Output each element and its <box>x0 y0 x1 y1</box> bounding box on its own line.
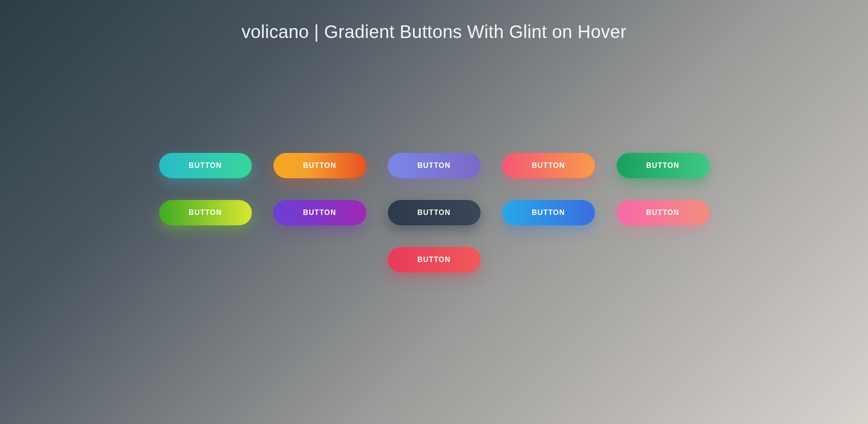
gradient-button-8[interactable]: BUTTON <box>388 200 481 225</box>
gradient-button-1[interactable]: BUTTON <box>159 153 252 178</box>
gradient-button-9[interactable]: BUTTON <box>502 200 595 225</box>
page-title: volicano | Gradient Buttons With Glint o… <box>0 0 868 42</box>
gradient-button-3[interactable]: BUTTON <box>388 153 481 178</box>
gradient-button-2[interactable]: BUTTON <box>274 153 366 178</box>
gradient-button-6[interactable]: BUTTON <box>159 200 252 225</box>
gradient-button-5[interactable]: BUTTON <box>617 153 709 178</box>
button-container: BUTTON BUTTON BUTTON BUTTON BUTTON BUTTO… <box>140 153 728 272</box>
gradient-button-4[interactable]: BUTTON <box>502 153 595 178</box>
gradient-button-7[interactable]: BUTTON <box>274 200 366 225</box>
gradient-button-10[interactable]: BUTTON <box>617 200 709 225</box>
gradient-button-11[interactable]: BUTTON <box>388 247 481 272</box>
